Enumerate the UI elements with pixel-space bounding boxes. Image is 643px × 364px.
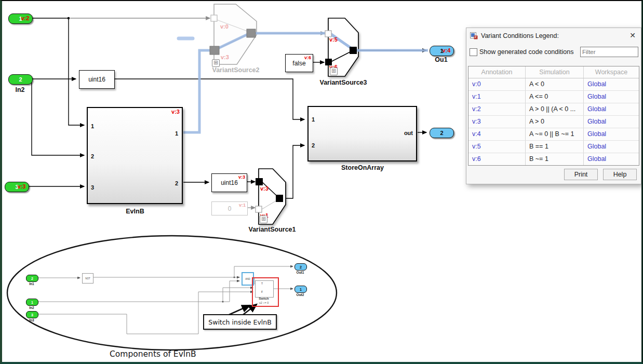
annotation-link[interactable]: v:0 — [468, 78, 526, 90]
inport-1-annotation: v:2 — [21, 15, 29, 21]
condition-text: B == 1 — [526, 141, 584, 153]
vs2-in1-annotation: v:0 — [220, 24, 229, 30]
condition-text: A <= 0 — [526, 91, 584, 103]
inport-2-label: In2 — [8, 86, 32, 93]
workspace-link[interactable]: Global — [584, 91, 639, 103]
table-row: v:1 A <= 0 Global — [468, 91, 639, 103]
uint16-bottom-text: uint16 — [221, 179, 238, 186]
dialog-titlebar[interactable]: Variant Conditions Legend: ✕ — [466, 28, 641, 44]
inset-inport-3: 3 — [26, 311, 38, 318]
table-row: v:0 A < 0 Global — [468, 78, 639, 91]
storeonarray-label: StoreOnArray — [307, 164, 418, 171]
show-generated-code-label: Show generated code conditions — [479, 48, 573, 56]
condition-text: A ~= 0 || B ~= 1 — [526, 128, 584, 140]
workspace-link[interactable]: Global — [584, 153, 639, 165]
switch-f-label: F — [261, 290, 263, 293]
vs3-in1-annotation: v:5 — [329, 37, 338, 43]
close-icon[interactable]: ✕ — [629, 31, 636, 39]
inport-2-number: 2 — [19, 76, 22, 83]
evlnb-block[interactable]: v:3 1 2 3 1 2 — [87, 107, 183, 204]
uint16-bottom-block[interactable]: v:3 uint16 — [211, 173, 247, 192]
switch-highlight-box — [252, 277, 279, 307]
inset-inport-1-label: In1 — [26, 282, 37, 286]
workspace-link[interactable]: Global — [584, 78, 639, 90]
false-constant-block[interactable]: v:6 false — [285, 54, 313, 72]
inset-inport-2: 1 — [26, 299, 38, 306]
variant-conditions-legend-dialog: Variant Conditions Legend: ✕ Show genera… — [466, 28, 641, 184]
workspace-link[interactable]: Global — [584, 128, 639, 140]
workspace-link[interactable]: Global — [584, 116, 639, 128]
zero-annotation: v:1 — [239, 203, 246, 208]
outport-1[interactable]: 1 v:4 — [430, 46, 454, 56]
inset-caption: Components of EvlnB — [110, 349, 196, 359]
uint16-top-block[interactable]: uint16 — [79, 70, 115, 89]
col-annotation: Annotation — [468, 66, 526, 78]
outport-1-annotation: v:4 — [442, 47, 450, 53]
storeonarray-block[interactable]: 1 2 out — [307, 106, 417, 161]
inset-inport-2-label: In2 — [26, 306, 37, 309]
col-simulation: Simulation — [526, 66, 584, 78]
vs2-variant-badge-icon: ⊞ — [212, 59, 220, 67]
variantsource2-label: VariantSource2 — [204, 66, 268, 74]
filter-input[interactable] — [580, 47, 638, 57]
vs3-variant-badge-icon: ⊞ — [330, 68, 338, 75]
outport-1-label: Ou1 — [430, 56, 453, 63]
inset-outport-2-label: Out2 — [294, 293, 306, 296]
dialog-title: Variant Conditions Legend: — [481, 32, 559, 39]
variantsource1-label: VariantSource1 — [241, 226, 303, 233]
condition-text: A < 0 — [526, 78, 584, 90]
help-button[interactable]: Help — [603, 169, 637, 180]
condition-text: A > 0 || (A < 0 ... — [526, 103, 584, 115]
print-button[interactable]: Print — [564, 169, 598, 180]
inport-2[interactable]: 2 — [8, 74, 33, 85]
zero-constant-block[interactable]: v:1 0 — [211, 201, 248, 215]
evlnb-annotation: v:3 — [171, 109, 180, 115]
legend-icon — [470, 32, 478, 39]
false-annotation: v:6 — [304, 56, 311, 60]
annotation-link[interactable]: v:4 — [468, 128, 526, 140]
switch-callout: Switch inside EvlnB — [203, 314, 277, 330]
workspace-link[interactable]: Global — [584, 141, 639, 153]
components-ellipse — [7, 236, 337, 350]
uint16-top-text: uint16 — [88, 76, 105, 83]
vs2-in2-annotation: v:3 — [221, 55, 229, 60]
annotation-link[interactable]: v:5 — [468, 141, 526, 153]
table-header: Annotation Simulation Workspace — [468, 66, 639, 78]
workspace-link[interactable]: Global — [584, 103, 639, 115]
annotation-link[interactable]: v:6 — [468, 153, 526, 165]
switch-t-label: T — [261, 282, 263, 285]
show-generated-code-checkbox[interactable] — [470, 48, 477, 56]
inport-1[interactable]: 1 v:2 — [8, 14, 33, 24]
inset-outport-1-label: Out1 — [294, 271, 306, 274]
conditions-table: Annotation Simulation Workspace v:0 A < … — [468, 66, 639, 166]
annotation-link[interactable]: v:2 — [468, 103, 526, 115]
variantsource3-label: VariantSource3 — [313, 79, 374, 86]
condition-text: A > 0 — [526, 116, 584, 128]
outport-2-number: 2 — [440, 130, 443, 136]
table-row: v:2 A > 0 || (A < 0 ... Global — [468, 103, 639, 116]
inset-outport-1: 2 — [294, 263, 307, 271]
inport-3-annotation: v:3 — [17, 183, 25, 190]
not-block: NOT — [82, 273, 93, 284]
zero-text: 0 — [228, 205, 232, 212]
table-row: v:3 A > 0 Global — [468, 116, 639, 128]
outport-2[interactable]: 2 — [430, 128, 454, 138]
condition-text: B ~= 1 — [526, 153, 584, 165]
col-workspace: Workspace — [584, 66, 639, 78]
inport-3[interactable]: 3 v:3 — [5, 182, 29, 192]
table-row: v:4 A ~= 0 || B ~= 1 Global — [468, 128, 639, 141]
evlnb-label: EvlnB — [87, 208, 183, 215]
inset-inport-3-label: In3 — [26, 318, 37, 322]
false-text: false — [292, 60, 305, 67]
annotation-link[interactable]: v:3 — [468, 116, 526, 128]
annotation-link[interactable]: v:1 — [468, 91, 526, 103]
vs1-in1-annotation: v:3 — [260, 186, 269, 192]
table-row: v:6 B ~= 1 Global — [468, 153, 639, 165]
uint16-bottom-annotation: v:3 — [238, 175, 245, 180]
simulink-canvas: 1 v:2 2 In2 3 v:3 1 v:4 Ou1 2 uint16 v:3… — [0, 0, 643, 364]
inset-inport-1: 2 — [26, 275, 38, 282]
table-row: v:5 B == 1 Global — [468, 141, 639, 153]
vs1-variant-badge-icon: ⊞ — [260, 215, 267, 223]
inset-outport-2: 1 — [294, 286, 307, 293]
